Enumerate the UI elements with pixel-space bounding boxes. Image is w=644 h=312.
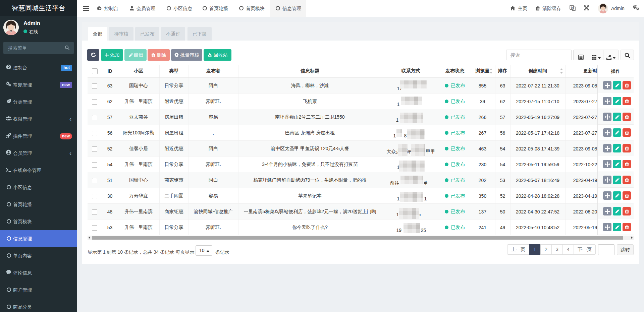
- svg-text:文: 文: [570, 6, 573, 9]
